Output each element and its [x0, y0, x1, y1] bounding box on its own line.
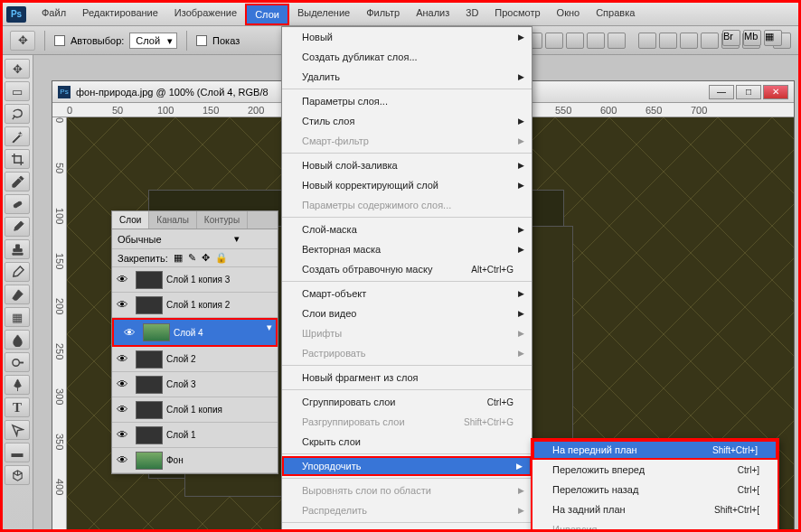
layer-name[interactable]: Слой 2 — [166, 354, 278, 364]
menu-item[interactable]: Векторная маска▶ — [282, 239, 532, 259]
menu-item[interactable]: Слои видео▶ — [282, 303, 532, 323]
layer-name[interactable]: Слой 1 — [166, 430, 278, 440]
menu-item[interactable]: Удалить▶ — [282, 67, 532, 87]
workspace-btn[interactable]: Mb — [743, 30, 761, 46]
dist-btn[interactable] — [680, 33, 698, 49]
visibility-icon[interactable]: 👁 — [112, 403, 132, 416]
layer-thumbnail[interactable] — [143, 323, 170, 341]
visibility-icon[interactable]: 👁 — [119, 326, 139, 340]
menu-item[interactable]: Слой-маска▶ — [282, 219, 532, 239]
move-tool-icon[interactable]: ✥ — [10, 31, 35, 51]
menu-item[interactable]: Новый▶ — [282, 27, 532, 47]
workspace-btn[interactable]: ▦ — [764, 30, 782, 46]
layer-thumbnail[interactable] — [136, 296, 163, 314]
layer-row[interactable]: 👁Слой 3 — [112, 372, 278, 397]
layer-row[interactable]: 👁Фон — [112, 448, 278, 473]
marquee-tool[interactable]: ▭ — [5, 81, 30, 101]
visibility-icon[interactable]: 👁 — [112, 378, 132, 391]
layer-name[interactable]: Слой 1 копия 3 — [166, 275, 278, 285]
menu-файл[interactable]: Файл — [33, 4, 74, 25]
menu-слои[interactable]: Слои — [245, 4, 289, 25]
menu-изображение[interactable]: Изображение — [166, 4, 245, 25]
wand-tool[interactable] — [5, 126, 30, 146]
menu-справка[interactable]: Справка — [588, 4, 643, 25]
shape-tool[interactable]: ▬ — [5, 443, 30, 462]
menu-анализ[interactable]: Анализ — [408, 4, 457, 25]
layer-row[interactable]: 👁Слой 1 копия 3 — [112, 267, 278, 293]
dodge-tool[interactable] — [5, 352, 30, 372]
lock-pixels-icon[interactable]: ▦ — [174, 252, 183, 264]
layer-row[interactable]: 👁Слой 2 — [112, 347, 278, 372]
show-checkbox[interactable] — [196, 35, 207, 46]
menu-item[interactable]: Стиль слоя▶ — [282, 111, 532, 131]
menu-item[interactable]: Новый корректирующий слой▶ — [282, 175, 532, 195]
close-button[interactable]: ✕ — [763, 85, 788, 99]
layer-name[interactable]: Слой 1 копия — [166, 405, 278, 415]
crop-tool[interactable] — [5, 149, 30, 169]
layer-thumbnail[interactable] — [136, 452, 163, 470]
blend-mode[interactable]: Обычные — [118, 234, 162, 245]
eraser-tool[interactable] — [5, 285, 30, 304]
menu-item[interactable]: Закрепить все слои в группе... — [282, 525, 532, 532]
menu-item[interactable]: Создать дубликат слоя... — [282, 47, 532, 67]
brush-tool[interactable] — [5, 217, 30, 237]
panel-tab[interactable]: Слои — [112, 211, 149, 229]
visibility-icon[interactable]: 👁 — [112, 352, 132, 366]
layer-row[interactable]: 👁Слой 1 — [112, 423, 278, 448]
autoselect-checkbox[interactable] — [54, 35, 65, 46]
menu-item[interactable]: Параметры слоя... — [282, 91, 532, 111]
menu-просмотр[interactable]: Просмотр — [486, 4, 548, 25]
menu-item[interactable]: Создать обтравочную маскуAlt+Ctrl+G — [282, 259, 532, 279]
layer-thumbnail[interactable] — [136, 401, 163, 419]
menu-окно[interactable]: Окно — [549, 4, 589, 25]
lasso-tool[interactable] — [5, 104, 30, 124]
layer-name[interactable]: Слой 4 — [174, 328, 259, 338]
gradient-tool[interactable]: ▦ — [5, 307, 30, 327]
3d-tool[interactable] — [5, 465, 30, 485]
autoselect-dropdown[interactable]: Слой — [129, 33, 177, 49]
layer-row[interactable]: 👁Слой 4 — [112, 318, 278, 347]
panel-tab[interactable]: Каналы — [149, 211, 197, 229]
workspace-btn[interactable]: Br — [722, 30, 740, 46]
align-btn[interactable] — [545, 33, 563, 49]
heal-tool[interactable] — [5, 194, 30, 214]
menu-item[interactable]: Упорядочить▶ — [282, 456, 532, 476]
layer-thumbnail[interactable] — [136, 271, 163, 289]
lock-move-icon[interactable]: ✥ — [202, 252, 210, 264]
align-btn[interactable] — [608, 33, 626, 49]
submenu-item[interactable]: Переложить впередCtrl+] — [532, 460, 777, 480]
align-btn[interactable] — [587, 33, 605, 49]
lock-all-icon[interactable]: 🔒 — [215, 252, 228, 264]
pen-tool[interactable] — [5, 375, 30, 395]
layer-row[interactable]: 👁Слой 1 копия 2 — [112, 293, 278, 318]
layer-name[interactable]: Слой 3 — [166, 379, 278, 389]
maximize-button[interactable]: □ — [736, 85, 761, 99]
dist-btn[interactable] — [638, 33, 656, 49]
menu-item[interactable]: Смарт-объект▶ — [282, 284, 532, 303]
visibility-icon[interactable]: 👁 — [112, 273, 132, 286]
type-tool[interactable]: T — [5, 397, 30, 417]
stamp-tool[interactable] — [5, 239, 30, 259]
lock-brush-icon[interactable]: ✎ — [188, 252, 196, 264]
visibility-icon[interactable]: 👁 — [112, 428, 132, 442]
panel-tab[interactable]: Контуры — [197, 211, 248, 229]
layer-name[interactable]: Слой 1 копия 2 — [166, 300, 278, 310]
visibility-icon[interactable]: 👁 — [112, 453, 132, 467]
layer-thumbnail[interactable] — [136, 350, 163, 369]
menu-item[interactable]: Новый слой-заливка▶ — [282, 155, 532, 175]
eyedropper-tool[interactable] — [5, 172, 30, 191]
minimize-button[interactable]: — — [709, 85, 734, 99]
submenu-item[interactable]: На задний планShift+Ctrl+[ — [532, 499, 777, 519]
menu-item[interactable]: Скрыть слои — [282, 432, 532, 452]
menu-редактирование[interactable]: Редактирование — [74, 4, 166, 25]
visibility-icon[interactable]: 👁 — [112, 298, 132, 312]
layer-name[interactable]: Фон — [166, 455, 278, 465]
submenu-item[interactable]: Переложить назадCtrl+[ — [532, 480, 777, 499]
blur-tool[interactable] — [5, 330, 30, 350]
dist-btn[interactable] — [659, 33, 677, 49]
menu-item[interactable]: Новый фрагмент из слоя — [282, 368, 532, 387]
path-tool[interactable] — [5, 420, 30, 440]
menu-item[interactable]: Сгруппировать слоиCtrl+G — [282, 392, 532, 412]
history-brush-tool[interactable] — [5, 262, 30, 282]
menu-фильтр[interactable]: Фильтр — [358, 4, 408, 25]
